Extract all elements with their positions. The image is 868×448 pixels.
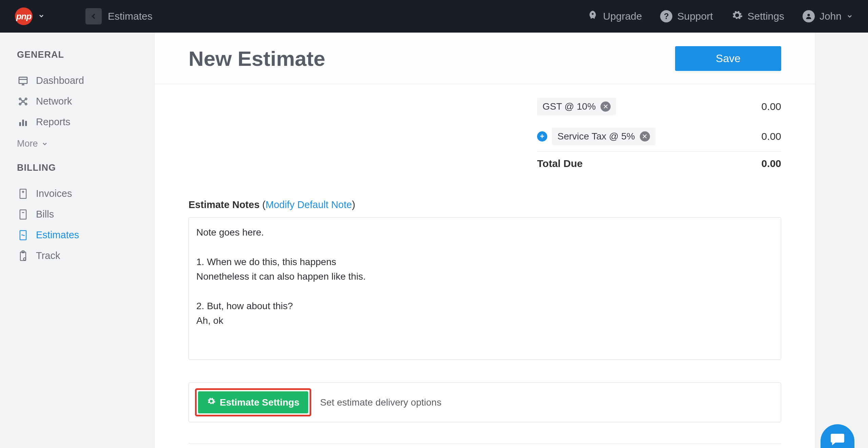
tax-value: 0.00 xyxy=(762,101,781,112)
app-logo[interactable]: pnp xyxy=(15,7,33,25)
gear-icon xyxy=(731,10,743,23)
help-icon: ? xyxy=(660,10,672,22)
sidebar-item-label: Dashboard xyxy=(36,75,84,86)
svg-rect-14 xyxy=(19,122,21,126)
sidebar-item-reports[interactable]: Reports xyxy=(17,112,102,132)
svg-point-5 xyxy=(19,98,21,100)
svg-point-7 xyxy=(22,100,24,102)
svg-line-12 xyxy=(21,102,22,104)
support-link[interactable]: ? Support xyxy=(660,10,713,22)
tax-label: Service Tax @ 5% xyxy=(557,131,635,142)
sidebar-item-label: Network xyxy=(36,96,72,107)
svg-rect-20 xyxy=(20,210,26,219)
total-due-label: Total Due xyxy=(537,158,583,169)
sidebar-item-label: Estimates xyxy=(36,229,79,241)
sidebar-item-estimates[interactable]: Estimates xyxy=(17,225,102,245)
chevron-down-icon xyxy=(846,13,853,20)
sidebar-item-network[interactable]: Network xyxy=(17,91,102,112)
estimate-settings-button-label: Estimate Settings xyxy=(220,397,299,408)
chevron-down-icon xyxy=(41,141,48,147)
svg-point-9 xyxy=(25,103,27,105)
total-due-value: 0.00 xyxy=(762,158,781,169)
sidebar-item-label: Invoices xyxy=(36,188,72,199)
gear-icon xyxy=(207,397,216,408)
sidebar-item-track[interactable]: Track xyxy=(17,245,102,266)
notes-label-text: Estimate Notes xyxy=(189,199,260,210)
estimate-settings-highlight: Estimate Settings xyxy=(195,388,311,416)
svg-rect-1 xyxy=(19,77,27,83)
app-logo-text: pnp xyxy=(16,11,32,22)
dashboard-icon xyxy=(17,75,29,86)
notes-heading: Estimate Notes (Modify Default Note) xyxy=(189,199,781,210)
upgrade-label: Upgrade xyxy=(603,11,642,22)
tax-row-service: + Service Tax @ 5% ✕ 0.00 xyxy=(537,122,781,151)
estimate-settings-button[interactable]: Estimate Settings xyxy=(198,391,308,413)
add-tax-icon[interactable]: + xyxy=(537,131,547,142)
estimate-settings-bar: Estimate Settings Set estimate delivery … xyxy=(189,382,781,422)
svg-line-10 xyxy=(21,99,22,101)
page-header: New Estimate Save xyxy=(155,33,815,84)
sidebar-more-label: More xyxy=(17,138,38,149)
svg-rect-23 xyxy=(20,252,26,260)
estimate-notes-input[interactable] xyxy=(189,217,781,360)
topbar: pnp Estimates Upgrade ? Support Settings… xyxy=(0,0,868,33)
footer-divider xyxy=(189,443,781,444)
tax-row-gst: GST @ 10% ✕ 0.00 xyxy=(537,92,781,122)
svg-point-0 xyxy=(807,14,810,16)
tax-label: GST @ 10% xyxy=(542,101,596,112)
support-label: Support xyxy=(677,11,713,22)
bill-icon xyxy=(17,209,29,220)
sidebar-item-label: Track xyxy=(36,250,60,261)
svg-rect-15 xyxy=(22,119,24,126)
user-name: John xyxy=(820,11,842,22)
page-title: New Estimate xyxy=(189,46,325,71)
sidebar-item-bills[interactable]: Bills xyxy=(17,204,102,225)
tax-pill-gst: GST @ 10% ✕ xyxy=(537,98,616,115)
sidebar-header-billing: BILLING xyxy=(17,163,102,173)
svg-point-25 xyxy=(23,258,26,260)
sidebar-more[interactable]: More xyxy=(17,132,102,163)
totals-panel: GST @ 10% ✕ 0.00 + Service Tax @ 5% ✕ xyxy=(537,92,781,175)
settings-link[interactable]: Settings xyxy=(731,10,784,23)
estimate-icon xyxy=(17,230,29,241)
remove-tax-icon[interactable]: ✕ xyxy=(640,131,650,142)
clipboard-icon xyxy=(17,250,29,261)
tax-value: 0.00 xyxy=(762,131,781,142)
svg-point-8 xyxy=(19,103,21,105)
svg-point-6 xyxy=(25,98,27,100)
user-menu[interactable]: John xyxy=(803,10,853,22)
sidebar-header-general: GENERAL xyxy=(17,50,102,60)
sidebar: GENERAL Dashboard Network Reports More B… xyxy=(0,33,102,448)
sidebar-item-label: Bills xyxy=(36,209,54,220)
svg-line-11 xyxy=(24,99,25,101)
invoice-icon xyxy=(17,188,29,199)
back-button[interactable] xyxy=(85,8,102,24)
svg-rect-16 xyxy=(25,121,27,126)
bar-chart-icon xyxy=(17,117,29,127)
user-icon xyxy=(803,10,815,22)
save-button[interactable]: Save xyxy=(675,46,781,71)
total-due-row: Total Due 0.00 xyxy=(537,151,781,175)
remove-tax-icon[interactable]: ✕ xyxy=(600,101,611,112)
svg-rect-17 xyxy=(20,189,26,198)
content-card: New Estimate Save GST @ 10% ✕ 0.00 xyxy=(154,33,815,448)
modify-default-note-link[interactable]: Modify Default Note xyxy=(265,199,352,210)
sidebar-item-dashboard[interactable]: Dashboard xyxy=(17,70,102,91)
sidebar-item-invoices[interactable]: Invoices xyxy=(17,183,102,204)
chat-icon xyxy=(829,431,846,447)
settings-label: Settings xyxy=(748,11,784,22)
tax-pill-service: Service Tax @ 5% ✕ xyxy=(552,128,655,145)
upgrade-link[interactable]: Upgrade xyxy=(587,10,642,23)
app-switcher-chevron-icon[interactable] xyxy=(38,11,45,22)
rocket-icon xyxy=(587,10,598,23)
network-icon xyxy=(17,96,29,107)
sidebar-item-label: Reports xyxy=(36,116,71,128)
breadcrumb[interactable]: Estimates xyxy=(108,11,153,22)
estimate-settings-caption: Set estimate delivery options xyxy=(320,397,441,408)
svg-line-13 xyxy=(24,102,25,104)
